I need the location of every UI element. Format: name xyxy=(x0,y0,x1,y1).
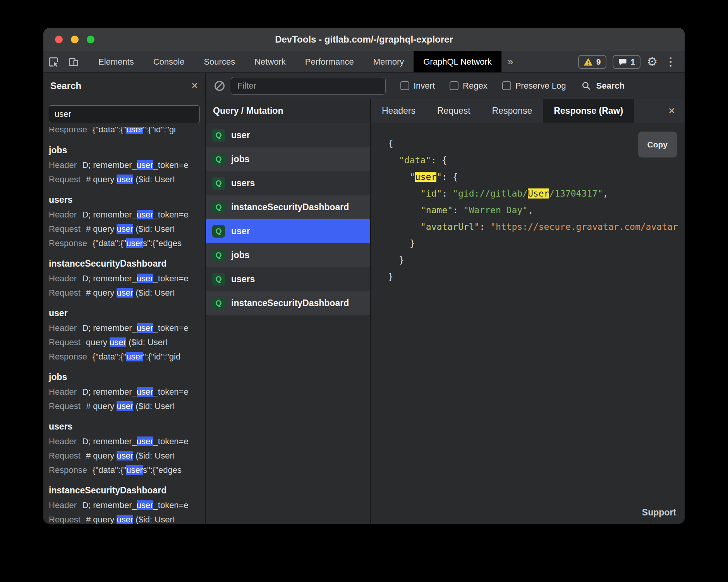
window-titlebar[interactable]: DevTools - gitlab.com/-/graphql-explorer xyxy=(43,28,685,51)
match-highlight: user xyxy=(126,238,143,248)
search-result-line[interactable]: HeaderD; remember_user_token=e xyxy=(49,207,200,222)
result-line-label: Request xyxy=(49,451,81,460)
search-input[interactable] xyxy=(49,105,200,123)
response-tab-headers[interactable]: Headers xyxy=(371,99,426,123)
clipped-result-line: Response{"data":{"user":{"id":"gi xyxy=(49,127,200,137)
minimize-window-button[interactable] xyxy=(71,36,79,43)
toolbar-divider xyxy=(86,56,86,67)
search-result-line[interactable]: Request# query user ($id: UserI xyxy=(49,448,200,463)
issues-badge[interactable]: 1 xyxy=(613,55,641,69)
result-text: D; remember_ xyxy=(82,210,137,219)
query-row-users[interactable]: Qusers xyxy=(206,267,370,291)
result-group-title[interactable]: instanceSecurityDashboard xyxy=(49,256,200,271)
result-line-label: Response xyxy=(49,465,87,475)
response-tab-response-raw[interactable]: Response (Raw) xyxy=(543,99,634,123)
checkbox-invert[interactable] xyxy=(400,81,409,90)
search-result-line[interactable]: HeaderD; remember_user_token=e xyxy=(49,321,200,335)
toolbar-search[interactable]: Search xyxy=(581,81,624,91)
result-group-title[interactable]: users xyxy=(49,192,200,207)
search-result-line[interactable]: Request# query user ($id: UserI xyxy=(49,399,200,413)
devtools-tab-memory[interactable]: Memory xyxy=(364,51,414,72)
query-row-instancesecuritydashboard[interactable]: QinstanceSecurityDashboard xyxy=(206,195,370,219)
json-token: "gid://gitlab/ xyxy=(453,188,528,199)
copy-button[interactable]: Copy xyxy=(638,132,677,157)
filter-option-preserve-log[interactable]: Preserve Log xyxy=(502,81,566,91)
search-result-line[interactable]: Response{"data":{"user":{"id":"gi xyxy=(49,127,200,137)
search-result-line[interactable]: HeaderD; remember_user_token=e xyxy=(49,434,200,448)
result-line-label: Header xyxy=(49,160,77,170)
devtools-tab-graphql-network[interactable]: GraphQL Network xyxy=(414,51,501,72)
result-group-title[interactable]: user xyxy=(49,305,200,321)
result-line-label: Header xyxy=(49,436,77,446)
result-text: D; remember_ xyxy=(82,500,137,510)
zoom-window-button[interactable] xyxy=(87,36,94,43)
devtools-tab-network[interactable]: Network xyxy=(245,51,295,72)
json-token: : { xyxy=(442,172,458,182)
search-result-line[interactable]: HeaderD; remember_user_token=e xyxy=(49,498,200,512)
filter-option-label: Regex xyxy=(463,81,488,91)
clear-icon[interactable] xyxy=(215,81,225,91)
more-tabs-chevron-icon[interactable]: » xyxy=(501,51,519,72)
settings-gear-icon[interactable]: ⚙ xyxy=(647,56,658,68)
devtools-tab-elements[interactable]: Elements xyxy=(89,51,144,72)
search-result-line[interactable]: Request# query user ($id: UserI xyxy=(49,286,200,300)
device-toolbar-icon[interactable] xyxy=(64,51,84,72)
search-results-list: Response{"data":{"user":{"id":"gijobsHea… xyxy=(43,125,205,524)
response-tab-request[interactable]: Request xyxy=(426,99,481,123)
checkbox-regex[interactable] xyxy=(450,81,458,90)
devtools-tab-sources[interactable]: Sources xyxy=(194,51,245,72)
search-result-line[interactable]: Request# query user ($id: UserI xyxy=(49,222,200,236)
search-result-line[interactable]: HeaderD; remember_user_token=e xyxy=(49,271,200,286)
devtools-tab-performance[interactable]: Performance xyxy=(295,51,364,72)
search-result-line[interactable]: Response{"data":{"users":{"edges xyxy=(49,236,200,250)
json-token: " xyxy=(410,172,415,182)
result-text: _token=e xyxy=(153,274,189,283)
inspect-element-icon[interactable] xyxy=(43,51,64,72)
support-link[interactable]: Support xyxy=(642,507,676,518)
close-window-button[interactable] xyxy=(55,36,63,43)
query-row-user[interactable]: Quser xyxy=(206,123,370,147)
json-token: "https://secure.gravatar.com/avatar xyxy=(490,222,678,232)
result-line-label: Response xyxy=(49,352,87,361)
query-row-user[interactable]: Quser xyxy=(206,219,370,243)
devtools-tab-console[interactable]: Console xyxy=(144,51,194,72)
result-text: s":{"edges xyxy=(143,238,182,248)
query-row-users[interactable]: Qusers xyxy=(206,171,370,195)
result-line-label: Request xyxy=(49,224,81,234)
filter-option-invert[interactable]: Invert xyxy=(400,81,435,91)
message-icon xyxy=(618,57,627,67)
devtools-window: DevTools - gitlab.com/-/graphql-explorer… xyxy=(43,28,685,524)
search-close-icon[interactable]: ✕ xyxy=(191,81,198,91)
search-result-line[interactable]: Request# query user ($id: UserI xyxy=(49,512,200,524)
result-group-title[interactable]: users xyxy=(49,419,200,434)
search-result-line[interactable]: Request# query user ($id: UserI xyxy=(49,172,200,187)
query-badge: Q xyxy=(212,129,225,142)
warnings-badge[interactable]: 9 xyxy=(578,55,606,69)
search-result-line[interactable]: HeaderD; remember_user_token=e xyxy=(49,158,200,172)
query-row-jobs[interactable]: Qjobs xyxy=(206,243,370,267)
search-result-line[interactable]: Response{"data":{"users":{"edges xyxy=(49,463,200,477)
result-group-title[interactable]: jobs xyxy=(49,369,200,385)
filter-option-regex[interactable]: Regex xyxy=(450,81,488,91)
query-row-instancesecuritydashboard[interactable]: QinstanceSecurityDashboard xyxy=(206,291,370,315)
search-result-line[interactable]: Requestquery user ($id: UserI xyxy=(49,335,200,349)
response-raw-body: Copy {"data": {"user": {"id": "gid://git… xyxy=(371,123,685,524)
result-group-title[interactable]: jobs xyxy=(49,142,200,158)
toolbar-search-label: Search xyxy=(596,81,624,91)
kebab-menu-icon[interactable]: ⋮ xyxy=(664,55,678,68)
result-text: D; remember_ xyxy=(82,436,137,446)
search-result-line[interactable]: HeaderD; remember_user_token=e xyxy=(49,385,200,399)
response-tab-response[interactable]: Response xyxy=(481,99,543,123)
response-close-icon[interactable]: ✕ xyxy=(659,99,685,123)
warning-count: 9 xyxy=(596,57,601,67)
result-text: _token=e xyxy=(153,436,189,446)
query-row-label: instanceSecurityDashboard xyxy=(231,202,349,212)
checkbox-preserve-log[interactable] xyxy=(502,81,511,90)
query-row-jobs[interactable]: Qjobs xyxy=(206,147,370,171)
result-group-title[interactable]: instanceSecurityDashboard xyxy=(49,483,200,498)
result-text: # query xyxy=(86,175,117,184)
search-result-line[interactable]: Response{"data":{"user":{"id":"gid xyxy=(49,349,200,364)
filter-input[interactable] xyxy=(231,77,386,95)
query-mutation-panel: Query / Mutation QuserQjobsQusersQinstan… xyxy=(206,99,371,524)
result-line-label: Header xyxy=(49,500,77,510)
